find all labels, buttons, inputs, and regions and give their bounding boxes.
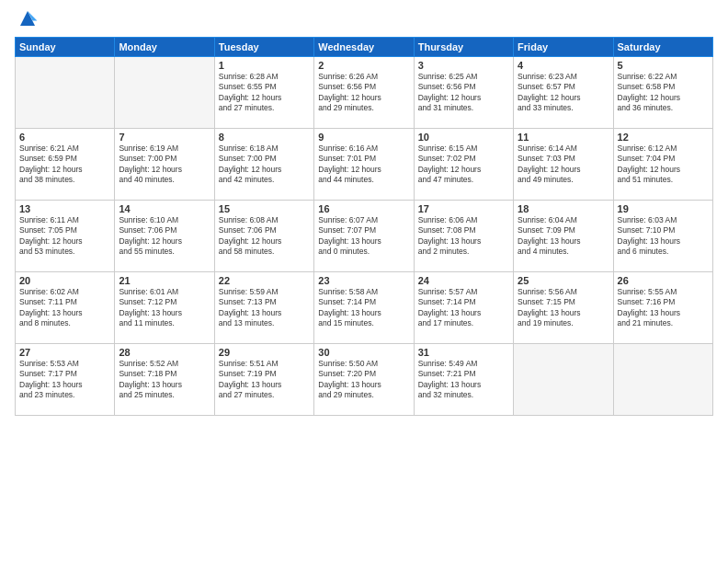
calendar-cell: 17Sunrise: 6:06 AM Sunset: 7:08 PM Dayli… bbox=[414, 201, 513, 272]
day-number: 21 bbox=[119, 275, 210, 286]
calendar-cell: 16Sunrise: 6:07 AM Sunset: 7:07 PM Dayli… bbox=[314, 201, 414, 272]
calendar-cell: 23Sunrise: 5:58 AM Sunset: 7:14 PM Dayli… bbox=[314, 272, 414, 344]
calendar-week-2: 6Sunrise: 6:21 AM Sunset: 6:59 PM Daylig… bbox=[16, 129, 713, 201]
day-info: Sunrise: 5:59 AM Sunset: 7:13 PM Dayligh… bbox=[219, 287, 310, 329]
day-info: Sunrise: 5:49 AM Sunset: 7:21 PM Dayligh… bbox=[418, 359, 509, 401]
page: SundayMondayTuesdayWednesdayThursdayFrid… bbox=[0, 0, 728, 563]
day-info: Sunrise: 6:08 AM Sunset: 7:06 PM Dayligh… bbox=[219, 215, 310, 258]
day-info: Sunrise: 6:21 AM Sunset: 6:59 PM Dayligh… bbox=[19, 144, 110, 186]
day-info: Sunrise: 5:55 AM Sunset: 7:16 PM Dayligh… bbox=[618, 287, 709, 329]
day-info: Sunrise: 6:25 AM Sunset: 6:56 PM Dayligh… bbox=[418, 72, 509, 114]
day-info: Sunrise: 6:12 AM Sunset: 7:04 PM Dayligh… bbox=[618, 144, 709, 186]
logo-icon bbox=[17, 7, 39, 29]
calendar-cell: 5Sunrise: 6:22 AM Sunset: 6:58 PM Daylig… bbox=[613, 57, 712, 129]
calendar-cell: 21Sunrise: 6:01 AM Sunset: 7:12 PM Dayli… bbox=[115, 272, 214, 344]
day-info: Sunrise: 5:52 AM Sunset: 7:18 PM Dayligh… bbox=[119, 359, 210, 401]
calendar-cell: 10Sunrise: 6:15 AM Sunset: 7:02 PM Dayli… bbox=[414, 129, 513, 201]
day-info: Sunrise: 6:19 AM Sunset: 7:00 PM Dayligh… bbox=[119, 144, 210, 186]
weekday-header-tuesday: Tuesday bbox=[214, 38, 313, 57]
day-number: 9 bbox=[318, 132, 409, 143]
weekday-header-row: SundayMondayTuesdayWednesdayThursdayFrid… bbox=[16, 38, 713, 57]
calendar-cell: 27Sunrise: 5:53 AM Sunset: 7:17 PM Dayli… bbox=[16, 344, 115, 416]
day-number: 5 bbox=[618, 60, 709, 71]
calendar-cell: 25Sunrise: 5:56 AM Sunset: 7:15 PM Dayli… bbox=[514, 272, 613, 344]
day-number: 24 bbox=[418, 275, 509, 286]
day-number: 15 bbox=[219, 203, 310, 214]
calendar-cell: 1Sunrise: 6:28 AM Sunset: 6:55 PM Daylig… bbox=[214, 57, 313, 129]
day-info: Sunrise: 5:56 AM Sunset: 7:15 PM Dayligh… bbox=[518, 287, 609, 329]
day-number: 6 bbox=[19, 132, 110, 143]
day-number: 4 bbox=[518, 60, 609, 71]
day-number: 3 bbox=[418, 60, 509, 71]
calendar-cell bbox=[613, 344, 712, 416]
day-number: 12 bbox=[618, 132, 709, 143]
calendar-cell: 8Sunrise: 6:18 AM Sunset: 7:00 PM Daylig… bbox=[214, 129, 313, 201]
calendar-cell bbox=[115, 57, 214, 129]
calendar-cell: 4Sunrise: 6:23 AM Sunset: 6:57 PM Daylig… bbox=[514, 57, 613, 129]
day-number: 25 bbox=[518, 275, 609, 286]
day-info: Sunrise: 6:28 AM Sunset: 6:55 PM Dayligh… bbox=[219, 72, 310, 114]
weekday-header-sunday: Sunday bbox=[16, 38, 115, 57]
day-info: Sunrise: 6:11 AM Sunset: 7:05 PM Dayligh… bbox=[19, 215, 110, 258]
calendar-cell: 19Sunrise: 6:03 AM Sunset: 7:10 PM Dayli… bbox=[613, 201, 712, 272]
calendar-cell: 9Sunrise: 6:16 AM Sunset: 7:01 PM Daylig… bbox=[314, 129, 414, 201]
day-number: 13 bbox=[19, 203, 110, 214]
calendar-week-4: 20Sunrise: 6:02 AM Sunset: 7:11 PM Dayli… bbox=[16, 272, 713, 344]
weekday-header-monday: Monday bbox=[115, 38, 214, 57]
calendar-table: SundayMondayTuesdayWednesdayThursdayFrid… bbox=[15, 37, 713, 416]
calendar-cell: 12Sunrise: 6:12 AM Sunset: 7:04 PM Dayli… bbox=[613, 129, 712, 201]
day-info: Sunrise: 6:23 AM Sunset: 6:57 PM Dayligh… bbox=[518, 72, 609, 114]
calendar-cell: 18Sunrise: 6:04 AM Sunset: 7:09 PM Dayli… bbox=[514, 201, 613, 272]
calendar-cell: 13Sunrise: 6:11 AM Sunset: 7:05 PM Dayli… bbox=[16, 201, 115, 272]
calendar-week-1: 1Sunrise: 6:28 AM Sunset: 6:55 PM Daylig… bbox=[16, 57, 713, 129]
day-number: 20 bbox=[19, 275, 110, 286]
calendar-cell: 26Sunrise: 5:55 AM Sunset: 7:16 PM Dayli… bbox=[613, 272, 712, 344]
weekday-header-friday: Friday bbox=[514, 38, 613, 57]
day-info: Sunrise: 6:14 AM Sunset: 7:03 PM Dayligh… bbox=[518, 144, 609, 186]
day-number: 30 bbox=[318, 347, 409, 358]
day-info: Sunrise: 6:10 AM Sunset: 7:06 PM Dayligh… bbox=[119, 215, 210, 258]
calendar-cell: 28Sunrise: 5:52 AM Sunset: 7:18 PM Dayli… bbox=[115, 344, 214, 416]
day-number: 31 bbox=[418, 347, 509, 358]
day-info: Sunrise: 6:01 AM Sunset: 7:12 PM Dayligh… bbox=[119, 287, 210, 329]
day-number: 18 bbox=[518, 203, 609, 214]
day-info: Sunrise: 5:58 AM Sunset: 7:14 PM Dayligh… bbox=[318, 287, 409, 329]
day-number: 17 bbox=[418, 203, 509, 214]
calendar-cell bbox=[514, 344, 613, 416]
calendar-cell: 14Sunrise: 6:10 AM Sunset: 7:06 PM Dayli… bbox=[115, 201, 214, 272]
day-info: Sunrise: 6:03 AM Sunset: 7:10 PM Dayligh… bbox=[618, 215, 709, 258]
calendar-cell: 22Sunrise: 5:59 AM Sunset: 7:13 PM Dayli… bbox=[214, 272, 313, 344]
calendar-cell: 29Sunrise: 5:51 AM Sunset: 7:19 PM Dayli… bbox=[214, 344, 313, 416]
day-info: Sunrise: 6:07 AM Sunset: 7:07 PM Dayligh… bbox=[318, 215, 409, 258]
day-info: Sunrise: 6:22 AM Sunset: 6:58 PM Dayligh… bbox=[618, 72, 709, 114]
day-number: 29 bbox=[219, 347, 310, 358]
day-number: 11 bbox=[518, 132, 609, 143]
day-info: Sunrise: 6:26 AM Sunset: 6:56 PM Dayligh… bbox=[318, 72, 409, 114]
day-number: 14 bbox=[119, 203, 210, 214]
day-info: Sunrise: 6:18 AM Sunset: 7:00 PM Dayligh… bbox=[219, 144, 310, 186]
day-number: 27 bbox=[19, 347, 110, 358]
calendar-cell: 31Sunrise: 5:49 AM Sunset: 7:21 PM Dayli… bbox=[414, 344, 513, 416]
calendar-cell: 30Sunrise: 5:50 AM Sunset: 7:20 PM Dayli… bbox=[314, 344, 414, 416]
day-number: 28 bbox=[119, 347, 210, 358]
day-number: 2 bbox=[318, 60, 409, 71]
weekday-header-thursday: Thursday bbox=[414, 38, 513, 57]
calendar-cell: 15Sunrise: 6:08 AM Sunset: 7:06 PM Dayli… bbox=[214, 201, 313, 272]
calendar-cell bbox=[16, 57, 115, 129]
logo bbox=[15, 11, 39, 29]
calendar-week-3: 13Sunrise: 6:11 AM Sunset: 7:05 PM Dayli… bbox=[16, 201, 713, 272]
calendar-cell: 7Sunrise: 6:19 AM Sunset: 7:00 PM Daylig… bbox=[115, 129, 214, 201]
day-number: 19 bbox=[618, 203, 709, 214]
day-number: 22 bbox=[219, 275, 310, 286]
header bbox=[15, 11, 713, 29]
day-number: 16 bbox=[318, 203, 409, 214]
day-info: Sunrise: 6:04 AM Sunset: 7:09 PM Dayligh… bbox=[518, 215, 609, 258]
day-info: Sunrise: 6:16 AM Sunset: 7:01 PM Dayligh… bbox=[318, 144, 409, 186]
weekday-header-wednesday: Wednesday bbox=[314, 38, 414, 57]
weekday-header-saturday: Saturday bbox=[613, 38, 712, 57]
calendar-cell: 3Sunrise: 6:25 AM Sunset: 6:56 PM Daylig… bbox=[414, 57, 513, 129]
calendar-cell: 20Sunrise: 6:02 AM Sunset: 7:11 PM Dayli… bbox=[16, 272, 115, 344]
day-info: Sunrise: 6:06 AM Sunset: 7:08 PM Dayligh… bbox=[418, 215, 509, 258]
day-info: Sunrise: 5:50 AM Sunset: 7:20 PM Dayligh… bbox=[318, 359, 409, 401]
day-number: 1 bbox=[219, 60, 310, 71]
